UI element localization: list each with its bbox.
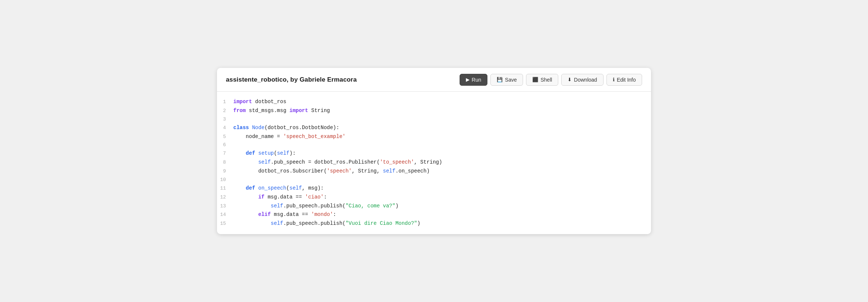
table-row: 10	[217, 176, 651, 184]
table-row: 7 def setup(self):	[217, 149, 651, 158]
table-row: 4class Node(dotbot_ros.DotbotNode):	[217, 124, 651, 132]
table-row: 5 node_name = 'speech_bot_example'	[217, 132, 651, 141]
line-number: 4	[220, 124, 233, 132]
line-number: 13	[220, 202, 233, 210]
line-content: dotbot_ros.Subscriber('speech', String, …	[233, 167, 430, 176]
toolbar: ▶ Run 💾 Save ⬛ Shell ⬇ Download ℹ Edit I…	[460, 74, 642, 86]
header: assistente_robotico, by Gabriele Ermacor…	[217, 68, 651, 92]
line-number: 1	[220, 98, 233, 106]
page-title: assistente_robotico, by Gabriele Ermacor…	[226, 76, 357, 83]
run-label: Run	[472, 77, 481, 83]
table-row: 8 self.pub_speech = dotbot_ros.Publisher…	[217, 158, 651, 167]
shell-icon: ⬛	[532, 77, 538, 82]
table-row: 15 self.pub_speech.publish("Vuoi dire Ci…	[217, 219, 651, 228]
edit-info-button[interactable]: ℹ Edit Info	[606, 74, 642, 86]
table-row: 3	[217, 115, 651, 124]
download-icon: ⬇	[568, 77, 572, 82]
table-row: 6	[217, 141, 651, 149]
shell-label: Shell	[540, 77, 552, 83]
run-button[interactable]: ▶ Run	[460, 74, 488, 86]
line-content: import dotbot_ros	[233, 98, 286, 106]
table-row: 9 dotbot_ros.Subscriber('speech', String…	[217, 167, 651, 176]
line-number: 2	[220, 107, 233, 115]
line-number: 14	[220, 211, 233, 219]
line-content: self.pub_speech.publish("Ciao, come va?"…	[233, 202, 398, 211]
line-content: self.pub_speech = dotbot_ros.Publisher('…	[233, 158, 442, 167]
line-content: if msg.data == 'ciao':	[233, 193, 327, 202]
save-label: Save	[505, 77, 517, 83]
edit-info-label: Edit Info	[617, 77, 636, 83]
line-number: 15	[220, 220, 233, 228]
table-row: 2from std_msgs.msg import String	[217, 106, 651, 115]
save-button[interactable]: 💾 Save	[490, 74, 523, 86]
line-content: node_name = 'speech_bot_example'	[233, 132, 345, 141]
line-content: self.pub_speech.publish("Vuoi dire Ciao …	[233, 219, 420, 228]
table-row: 12 if msg.data == 'ciao':	[217, 193, 651, 202]
table-row: 1import dotbot_ros	[217, 98, 651, 106]
table-row: 11 def on_speech(self, msg):	[217, 184, 651, 193]
main-container: assistente_robotico, by Gabriele Ermacor…	[217, 68, 651, 234]
line-number: 6	[220, 141, 233, 149]
line-number: 5	[220, 133, 233, 141]
line-content: elif msg.data == 'mondo':	[233, 210, 336, 219]
shell-button[interactable]: ⬛ Shell	[526, 74, 558, 86]
line-number: 7	[220, 150, 233, 158]
code-editor[interactable]: 1import dotbot_ros2from std_msgs.msg imp…	[217, 92, 651, 234]
line-content: def setup(self):	[233, 149, 296, 158]
table-row: 13 self.pub_speech.publish("Ciao, come v…	[217, 202, 651, 211]
line-number: 10	[220, 176, 233, 184]
download-button[interactable]: ⬇ Download	[561, 74, 603, 86]
line-number: 11	[220, 184, 233, 193]
run-icon: ▶	[466, 77, 470, 82]
download-label: Download	[574, 77, 597, 83]
line-number: 12	[220, 193, 233, 201]
line-content: class Node(dotbot_ros.DotbotNode):	[233, 124, 339, 132]
save-icon: 💾	[497, 77, 503, 82]
line-content: def on_speech(self, msg):	[233, 184, 324, 193]
line-number: 9	[220, 167, 233, 175]
line-number: 3	[220, 115, 233, 124]
table-row: 14 elif msg.data == 'mondo':	[217, 210, 651, 219]
info-icon: ℹ	[613, 77, 615, 82]
line-content: from std_msgs.msg import String	[233, 106, 330, 115]
line-number: 8	[220, 158, 233, 167]
